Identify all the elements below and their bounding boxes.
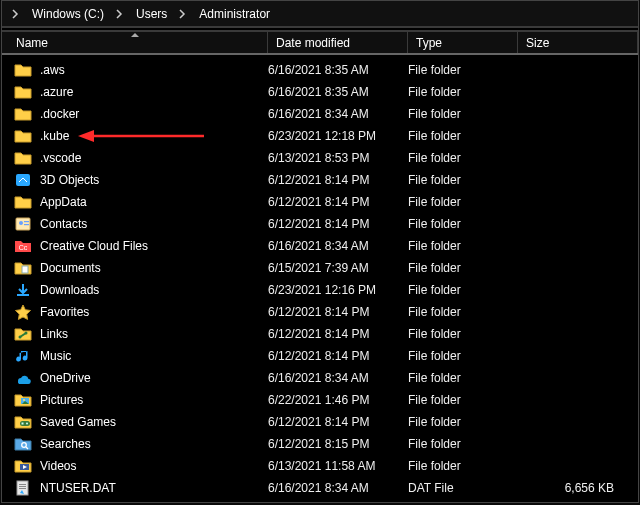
list-item[interactable]: Favorites6/12/2021 8:14 PMFile folder	[2, 301, 638, 323]
svg-rect-23	[19, 488, 26, 489]
breadcrumb-segment[interactable]: Administrator	[193, 1, 276, 26]
file-list: .aws6/16/2021 8:35 AMFile folder.azure6/…	[2, 55, 638, 499]
file-name: .docker	[40, 107, 268, 121]
file-date: 6/12/2021 8:14 PM	[268, 173, 408, 187]
music-icon	[14, 347, 32, 365]
file-date: 6/12/2021 8:14 PM	[268, 195, 408, 209]
contacts-icon	[14, 215, 32, 233]
file-name: Favorites	[40, 305, 268, 319]
svg-rect-2	[16, 174, 30, 186]
file-date: 6/16/2021 8:35 AM	[268, 85, 408, 99]
file-date: 6/12/2021 8:14 PM	[268, 327, 408, 341]
file-type: File folder	[408, 415, 518, 429]
svg-rect-22	[19, 486, 26, 487]
list-item[interactable]: CcCreative Cloud Files6/16/2021 8:34 AMF…	[2, 235, 638, 257]
svg-rect-8	[22, 266, 28, 273]
list-item[interactable]: Saved Games6/12/2021 8:14 PMFile folder	[2, 411, 638, 433]
file-date: 6/13/2021 8:53 PM	[268, 151, 408, 165]
column-header-date[interactable]: Date modified	[268, 32, 408, 53]
file-name: .azure	[40, 85, 268, 99]
file-type: File folder	[408, 85, 518, 99]
file-date: 6/12/2021 8:14 PM	[268, 217, 408, 231]
file-date: 6/23/2021 12:16 PM	[268, 283, 408, 297]
documents-icon	[14, 259, 32, 277]
list-item[interactable]: .docker6/16/2021 8:34 AMFile folder	[2, 103, 638, 125]
searches-icon	[14, 435, 32, 453]
header-label: Name	[16, 36, 48, 50]
list-item[interactable]: .azure6/16/2021 8:35 AMFile folder	[2, 81, 638, 103]
list-item[interactable]: AppData6/12/2021 8:14 PMFile folder	[2, 191, 638, 213]
file-type: File folder	[408, 261, 518, 275]
file-name: Contacts	[40, 217, 268, 231]
list-item[interactable]: .vscode6/13/2021 8:53 PMFile folder	[2, 147, 638, 169]
file-date: 6/16/2021 8:34 AM	[268, 371, 408, 385]
file-date: 6/22/2021 1:46 PM	[268, 393, 408, 407]
file-name: Searches	[40, 437, 268, 451]
links-icon	[14, 325, 32, 343]
file-name: Pictures	[40, 393, 268, 407]
file-type: File folder	[408, 437, 518, 451]
file-date: 6/16/2021 8:34 AM	[268, 239, 408, 253]
file-name: Documents	[40, 261, 268, 275]
file-type: File folder	[408, 239, 518, 253]
folder-icon	[14, 127, 32, 145]
list-item[interactable]: 3D Objects6/12/2021 8:14 PMFile folder	[2, 169, 638, 191]
file-type: File folder	[408, 217, 518, 231]
list-item[interactable]: Downloads6/23/2021 12:16 PMFile folder	[2, 279, 638, 301]
file-date: 6/23/2021 12:18 PM	[268, 129, 408, 143]
column-header-name[interactable]: Name	[2, 32, 268, 53]
breadcrumb[interactable]: Windows (C:) Users Administrator	[2, 1, 638, 27]
list-item[interactable]: Documents6/15/2021 7:39 AMFile folder	[2, 257, 638, 279]
svg-point-15	[26, 423, 28, 425]
column-headers: Name Date modified Type Size	[2, 31, 638, 55]
list-item[interactable]: Videos6/13/2021 11:58 AMFile folder	[2, 455, 638, 477]
list-item[interactable]: Pictures6/22/2021 1:46 PMFile folder	[2, 389, 638, 411]
file-type: File folder	[408, 173, 518, 187]
file-date: 6/12/2021 8:14 PM	[268, 349, 408, 363]
list-item[interactable]: Links6/12/2021 8:14 PMFile folder	[2, 323, 638, 345]
file-type: File folder	[408, 459, 518, 473]
file-name: Downloads	[40, 283, 268, 297]
file-date: 6/15/2021 7:39 AM	[268, 261, 408, 275]
list-item[interactable]: .aws6/16/2021 8:35 AMFile folder	[2, 59, 638, 81]
file-type: File folder	[408, 327, 518, 341]
file-date: 6/16/2021 8:34 AM	[268, 481, 408, 495]
file-name: NTUSER.DAT	[40, 481, 268, 495]
column-header-type[interactable]: Type	[408, 32, 518, 53]
dat-icon	[14, 479, 32, 497]
svg-text:Cc: Cc	[19, 244, 28, 251]
file-name: Links	[40, 327, 268, 341]
onedrive-icon	[14, 369, 32, 387]
chevron-right-icon	[110, 1, 130, 26]
breadcrumb-segment[interactable]: Users	[130, 1, 173, 26]
videos-icon	[14, 457, 32, 475]
list-item[interactable]: Searches6/12/2021 8:15 PMFile folder	[2, 433, 638, 455]
list-item[interactable]: OneDrive6/16/2021 8:34 AMFile folder	[2, 367, 638, 389]
file-date: 6/13/2021 11:58 AM	[268, 459, 408, 473]
svg-point-13	[23, 399, 25, 401]
chevron-right-icon	[6, 1, 26, 26]
file-type: File folder	[408, 151, 518, 165]
svg-rect-5	[24, 221, 29, 222]
list-item[interactable]: .kube6/23/2021 12:18 PMFile folder	[2, 125, 638, 147]
header-label: Size	[526, 36, 549, 50]
3dobjects-icon	[14, 171, 32, 189]
downloads-icon	[14, 281, 32, 299]
file-date: 6/16/2021 8:35 AM	[268, 63, 408, 77]
file-type: File folder	[408, 305, 518, 319]
list-item[interactable]: Contacts6/12/2021 8:14 PMFile folder	[2, 213, 638, 235]
appdata-icon	[14, 193, 32, 211]
file-type: File folder	[408, 283, 518, 297]
breadcrumb-segment[interactable]: Windows (C:)	[26, 1, 110, 26]
header-label: Type	[416, 36, 442, 50]
column-header-size[interactable]: Size	[518, 32, 638, 53]
svg-point-4	[19, 221, 23, 225]
file-date: 6/12/2021 8:14 PM	[268, 415, 408, 429]
file-date: 6/12/2021 8:14 PM	[268, 305, 408, 319]
list-item[interactable]: NTUSER.DAT6/16/2021 8:34 AMDAT File6,656…	[2, 477, 638, 499]
favorites-icon	[14, 303, 32, 321]
svg-rect-16	[22, 423, 24, 425]
list-item[interactable]: Music6/12/2021 8:14 PMFile folder	[2, 345, 638, 367]
file-type: File folder	[408, 107, 518, 121]
cc-icon: Cc	[14, 237, 32, 255]
